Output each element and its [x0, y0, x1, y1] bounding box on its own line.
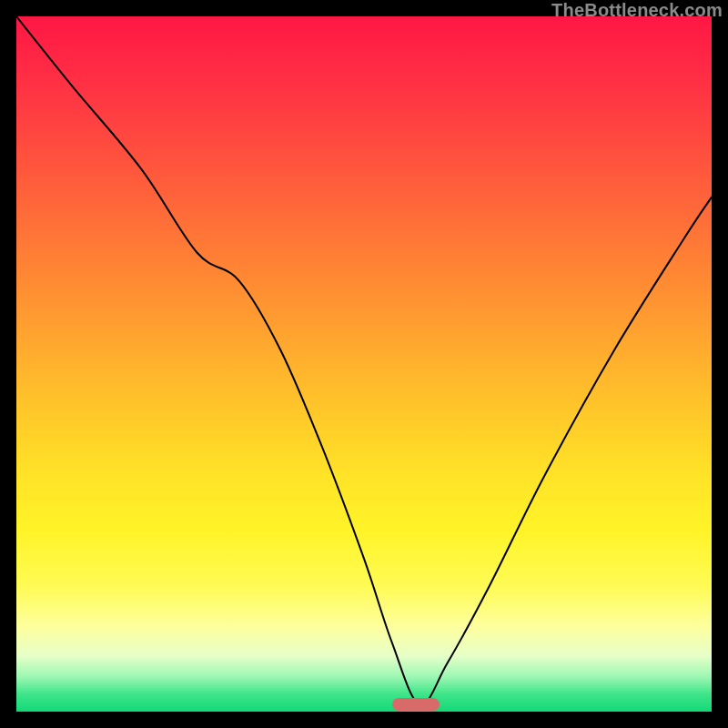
chart-frame: TheBottleneck.com: [0, 0, 728, 728]
bottleneck-curve: [16, 16, 712, 712]
plot-area: [16, 16, 712, 712]
optimal-marker: [392, 698, 440, 711]
